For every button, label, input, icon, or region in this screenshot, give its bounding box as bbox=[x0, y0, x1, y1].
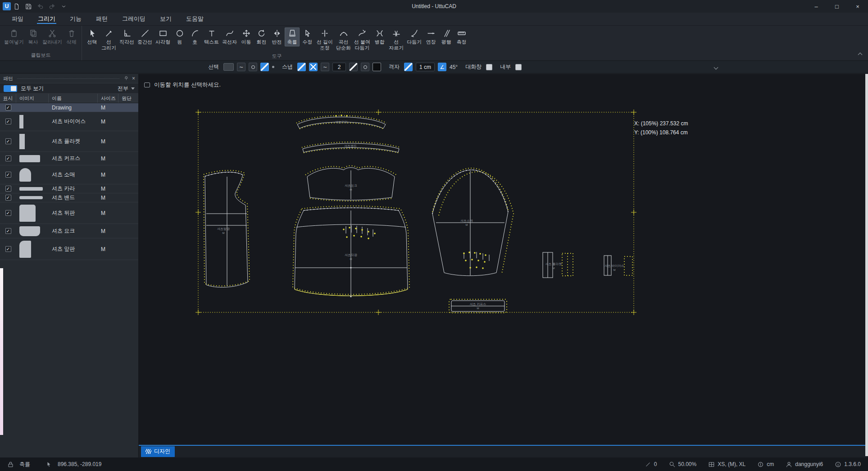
tool-rotate[interactable]: 회전 bbox=[254, 27, 269, 46]
table-row-placket[interactable]: ✓ 셔츠 플라켓 M bbox=[0, 131, 138, 152]
tool-measure[interactable]: 측정 bbox=[454, 27, 469, 46]
table-row-back[interactable]: ✓ 셔츠 뒤판 M bbox=[0, 202, 138, 224]
table-row-cuffs[interactable]: ✓ 셔츠 커프스 M bbox=[0, 152, 138, 165]
size-set-control[interactable]: XS, (M), XL bbox=[708, 461, 745, 468]
menu-draw[interactable]: 그리기 bbox=[31, 13, 63, 25]
tool-modify[interactable]: 수정 bbox=[300, 27, 315, 46]
tool-line-length-adjust[interactable]: 선 길이 조정 bbox=[315, 27, 334, 52]
snap-center-icon[interactable] bbox=[361, 63, 369, 71]
tool-trim[interactable]: 다듬기 bbox=[405, 27, 423, 46]
table-row-drawing[interactable]: ✓ Drawing M bbox=[0, 103, 138, 112]
snap-distance-input[interactable]: 2 bbox=[332, 63, 346, 71]
menu-pattern[interactable]: 패턴 bbox=[89, 13, 115, 25]
tool-mirror[interactable]: 반전 bbox=[269, 27, 284, 46]
piece-yoke[interactable]: 셔츠요크 M bbox=[305, 166, 396, 201]
tool-middle-line[interactable]: 중간선 bbox=[136, 27, 154, 46]
tool-text[interactable]: 텍스트 bbox=[203, 27, 220, 46]
grid-pen-icon[interactable] bbox=[404, 63, 413, 71]
visibility-checkbox[interactable]: ✓ bbox=[5, 228, 11, 234]
table-row-yoke[interactable]: ✓ 셔츠 요크 M bbox=[0, 224, 138, 238]
piece-sleeve[interactable]: 셔츠소매 M bbox=[432, 168, 514, 276]
piece-front[interactable]: 셔츠앞판 M bbox=[204, 170, 250, 287]
user-account[interactable]: danggunyi6 bbox=[786, 461, 823, 468]
visibility-checkbox[interactable]: ✓ bbox=[5, 210, 11, 216]
table-row-collar[interactable]: ✓ 셔츠 카라 M bbox=[0, 184, 138, 193]
close-button[interactable]: × bbox=[847, 0, 868, 13]
tool-line-draw[interactable]: 선 그리기 bbox=[100, 27, 118, 52]
pattern-canvas[interactable]: 셔츠카라 셔츠밴드 셔츠요크 M bbox=[139, 74, 866, 445]
filter-dropdown[interactable]: 전부 bbox=[118, 85, 135, 92]
copy-button[interactable]: 복사 bbox=[26, 27, 41, 46]
piece-bias[interactable]: 셔츠 바이어스 M bbox=[604, 256, 632, 275]
selection-handles[interactable] bbox=[195, 110, 636, 315]
tool-rectangle[interactable]: 사각형 bbox=[154, 27, 172, 46]
zoom-control[interactable]: 50.00% bbox=[669, 461, 697, 468]
paste-button[interactable]: 붙여넣기 bbox=[3, 27, 25, 46]
undo-icon[interactable] bbox=[34, 1, 46, 11]
tool-right-angle-line[interactable]: 직각선 bbox=[118, 27, 136, 46]
save-icon[interactable] bbox=[23, 1, 34, 11]
piece-placket[interactable]: 셔츠 플라켓 M bbox=[543, 252, 573, 278]
tool-move[interactable]: 이동 bbox=[239, 27, 254, 46]
table-row-front[interactable]: ✓ 셔츠 앞판 M bbox=[0, 238, 138, 260]
show-all-toggle[interactable] bbox=[4, 85, 17, 92]
snap-color-swatch[interactable] bbox=[373, 63, 381, 71]
snap-pen-icon[interactable] bbox=[297, 63, 306, 71]
quickbar-dropdown-icon[interactable] bbox=[58, 1, 69, 11]
tool-curve-simplify[interactable]: 곡선 단순화 bbox=[335, 27, 352, 52]
tool-select[interactable]: 선택 bbox=[85, 27, 100, 46]
maximize-button[interactable]: □ bbox=[827, 0, 847, 13]
pin-icon[interactable] bbox=[123, 76, 129, 81]
drawing-canvas[interactable]: 셔츠카라 셔츠밴드 셔츠요크 M bbox=[139, 74, 868, 457]
visibility-checkbox[interactable]: ✓ bbox=[5, 155, 11, 161]
col-image[interactable]: 이미지 bbox=[16, 94, 49, 103]
tool-line-cut[interactable]: 선 자르기 bbox=[387, 27, 405, 52]
visibility-checkbox[interactable]: ✓ bbox=[5, 119, 11, 124]
visibility-checkbox[interactable]: ✓ bbox=[5, 195, 11, 201]
menu-view[interactable]: 보기 bbox=[153, 13, 179, 25]
visibility-checkbox[interactable]: ✓ bbox=[5, 186, 11, 192]
inner-checkbox[interactable] bbox=[515, 64, 522, 70]
grid-angle-icon[interactable] bbox=[438, 63, 446, 71]
line-select-icon[interactable] bbox=[260, 63, 269, 71]
node-select-icon[interactable] bbox=[249, 63, 257, 71]
tool-circle[interactable]: 원 bbox=[172, 27, 187, 46]
tool-extend[interactable]: 연장 bbox=[423, 27, 438, 46]
snap-intersection-icon[interactable] bbox=[309, 63, 318, 71]
piece-back[interactable]: 셔츠뒤판 M bbox=[293, 206, 409, 297]
table-row-bias[interactable]: ✓ 셔츠 바이어스 M bbox=[0, 112, 138, 131]
table-row-band[interactable]: ✓ 셔츠 밴드 M bbox=[0, 193, 138, 202]
tab-design[interactable]: 디자인 bbox=[141, 446, 175, 457]
tool-merge[interactable]: 병합 bbox=[372, 27, 387, 46]
piece-collar[interactable]: 셔츠카라 bbox=[296, 114, 386, 129]
visibility-checkbox[interactable]: ✓ bbox=[5, 105, 11, 110]
image-select-icon[interactable] bbox=[223, 63, 234, 71]
menu-help[interactable]: 도움말 bbox=[179, 13, 211, 25]
snap-curve-icon[interactable] bbox=[321, 63, 329, 71]
visibility-checkbox[interactable]: ✓ bbox=[5, 172, 11, 178]
grid-angle-value[interactable]: 45° bbox=[450, 64, 458, 70]
grid-size-input[interactable]: 1 cm bbox=[416, 63, 435, 71]
minimize-button[interactable]: – bbox=[806, 0, 827, 13]
visibility-checkbox[interactable]: ✓ bbox=[5, 138, 11, 144]
visibility-checkbox[interactable]: ✓ bbox=[5, 246, 11, 252]
tool-scale[interactable]: 축률 bbox=[285, 27, 300, 46]
dialog-checkbox[interactable] bbox=[486, 64, 492, 70]
freehand-select-icon[interactable] bbox=[237, 63, 245, 71]
tool-curve-ruler[interactable]: 곡선자 bbox=[221, 27, 238, 46]
tool-line-attach-trim[interactable]: 선 붙여 다듬기 bbox=[353, 27, 372, 52]
unit-control[interactable]: cm bbox=[757, 461, 774, 468]
col-size[interactable]: 사이즈 bbox=[98, 94, 118, 103]
new-file-icon[interactable] bbox=[11, 1, 23, 11]
snap-line-icon[interactable] bbox=[349, 63, 358, 71]
menu-function[interactable]: 기능 bbox=[63, 13, 89, 25]
delete-button[interactable]: 삭제 bbox=[64, 27, 79, 46]
piece-band[interactable]: 셔츠밴드 bbox=[302, 142, 400, 153]
col-fabric[interactable]: 원단 bbox=[118, 94, 138, 103]
piece-cuffs[interactable]: 셔츠 커프스 M bbox=[449, 299, 507, 313]
tool-arc[interactable]: 호 bbox=[187, 27, 202, 46]
panel-close-icon[interactable]: × bbox=[132, 75, 135, 82]
col-show[interactable]: 표시 bbox=[0, 94, 16, 103]
menu-grading[interactable]: 그레이딩 bbox=[115, 13, 153, 25]
menu-file[interactable]: 파일 bbox=[5, 13, 31, 25]
